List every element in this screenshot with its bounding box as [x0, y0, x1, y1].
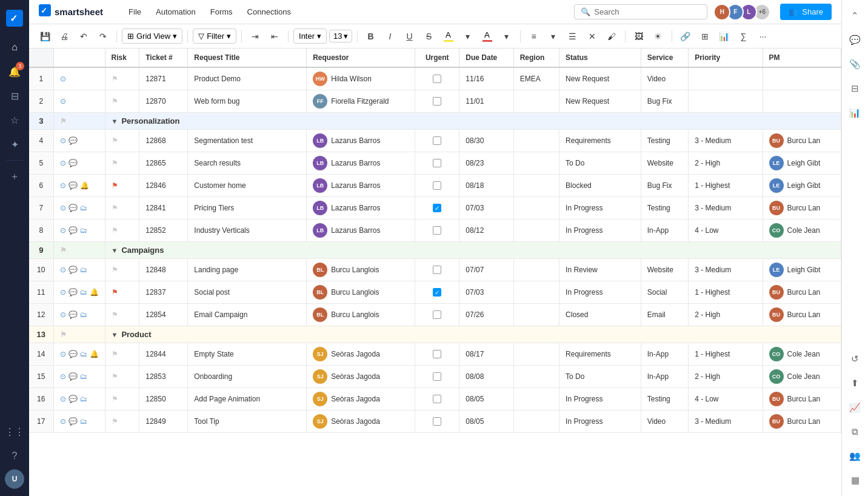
- requestor-cell[interactable]: LB Lazarus Barros: [307, 152, 415, 175]
- ticket-cell[interactable]: 12848: [139, 259, 188, 281]
- urgent-cell[interactable]: [415, 388, 459, 411]
- requestor-cell[interactable]: SJ Seòras Jagoda: [307, 411, 415, 433]
- table-row[interactable]: 2 ⊙ ⚑ 12870 Web form bug FF Fiorella Fit…: [29, 90, 841, 113]
- priority-cell[interactable]: 2 - High: [689, 304, 763, 326]
- region-cell[interactable]: [513, 130, 559, 152]
- requestor-cell[interactable]: SJ Seòras Jagoda: [307, 388, 415, 411]
- sidebar-star-icon[interactable]: ☆: [4, 109, 25, 131]
- right-bar-chart-icon[interactable]: ▦: [844, 469, 866, 491]
- ticket-cell[interactable]: 12837: [139, 281, 188, 304]
- comment-icon[interactable]: 💬: [68, 136, 78, 145]
- link-icon[interactable]: ⊙: [60, 159, 66, 167]
- sidebar-bell-icon[interactable]: 🔔 3: [4, 61, 25, 82]
- urgent-checkbox[interactable]: [433, 350, 441, 358]
- attach-icon[interactable]: 🗂: [80, 417, 87, 426]
- link-button[interactable]: 🔗: [677, 28, 694, 45]
- right-comment-icon[interactable]: 💬: [844, 29, 866, 51]
- pm-cell-container[interactable]: BU Burcu Lan: [763, 130, 841, 152]
- pm-cell-container[interactable]: LE Leigh Gibt: [763, 259, 841, 281]
- priority-cell[interactable]: 3 - Medium: [689, 411, 763, 433]
- link-icon[interactable]: ⊙: [60, 395, 66, 403]
- flag-icon[interactable]: ⚑: [60, 246, 67, 255]
- service-cell[interactable]: Bug Fix: [641, 175, 688, 197]
- right-stack-icon[interactable]: ⊟: [844, 78, 866, 99]
- due-date-cell[interactable]: 07/03: [459, 197, 513, 220]
- title-cell[interactable]: Pricing Tiers: [188, 197, 307, 220]
- link-icon[interactable]: ⊙: [60, 288, 66, 297]
- title-cell[interactable]: Search results: [188, 152, 307, 175]
- attach-icon[interactable]: 🗂: [80, 226, 87, 235]
- app-logo[interactable]: ✓: [4, 7, 25, 29]
- urgent-checkbox[interactable]: [433, 417, 441, 426]
- right-person-list-icon[interactable]: 👥: [844, 445, 866, 467]
- pm-cell-container[interactable]: BU Burcu Lan: [763, 304, 841, 326]
- due-date-cell[interactable]: 08/12: [459, 220, 513, 242]
- right-chart-icon[interactable]: 📊: [844, 102, 866, 124]
- status-cell[interactable]: In Progress: [559, 411, 641, 433]
- ticket-cell[interactable]: 12841: [139, 197, 188, 220]
- right-refresh-icon[interactable]: ↺: [844, 348, 866, 370]
- region-cell[interactable]: [513, 259, 559, 281]
- status-cell[interactable]: In Progress: [559, 388, 641, 411]
- ticket-cell[interactable]: 12846: [139, 175, 188, 197]
- pm-cell-container[interactable]: LE Leigh Gibt: [763, 175, 841, 197]
- col-pm[interactable]: PM: [763, 49, 841, 67]
- pm-cell-container[interactable]: CO Cole Jean: [763, 366, 841, 388]
- text-color-dropdown-arrow[interactable]: ▾: [459, 28, 476, 45]
- bold-button[interactable]: B: [362, 28, 379, 45]
- region-cell[interactable]: [513, 152, 559, 175]
- urgent-cell[interactable]: [415, 130, 459, 152]
- requestor-cell[interactable]: SJ Seòras Jagoda: [307, 366, 415, 388]
- table-row[interactable]: 15 ⊙ 💬 🗂 ⚑ 12853 Onboarding SJ Seòras Ja…: [29, 366, 841, 388]
- link-icon[interactable]: ⊙: [60, 136, 66, 145]
- attach-icon[interactable]: 🗂: [80, 288, 87, 297]
- service-cell[interactable]: Video: [641, 411, 688, 433]
- link-icon[interactable]: ⊙: [60, 75, 66, 83]
- attach-icon[interactable]: 🗂: [80, 395, 87, 403]
- priority-cell[interactable]: 1 - Highest: [689, 343, 763, 366]
- undo-button[interactable]: ↶: [75, 28, 92, 45]
- title-cell[interactable]: Customer home: [188, 175, 307, 197]
- requestor-cell[interactable]: BL Burcu Langlois: [307, 259, 415, 281]
- table-row[interactable]: 3 ⚑ ▼ Personalization: [29, 113, 841, 130]
- urgent-cell[interactable]: [415, 152, 459, 175]
- formula-button[interactable]: ∑: [735, 28, 752, 45]
- ticket-cell[interactable]: 12850: [139, 388, 188, 411]
- col-due-date[interactable]: Due Date: [459, 49, 513, 67]
- pm-cell-container[interactable]: BU Burcu Lan: [763, 411, 841, 433]
- priority-cell[interactable]: [689, 90, 763, 113]
- flag-icon[interactable]: ⚑: [112, 395, 118, 403]
- title-cell[interactable]: Industry Verticals: [188, 220, 307, 242]
- urgent-cell[interactable]: [415, 220, 459, 242]
- table-row[interactable]: 5 ⊙ 💬 ⚑ 12865 Search results LB Lazarus …: [29, 152, 841, 175]
- urgent-checkbox[interactable]: ✓: [433, 288, 441, 297]
- service-cell[interactable]: Video: [641, 67, 688, 90]
- urgent-cell[interactable]: [415, 366, 459, 388]
- pm-cell-container[interactable]: CO Cole Jean: [763, 220, 841, 242]
- priority-cell[interactable]: 3 - Medium: [689, 259, 763, 281]
- due-date-cell[interactable]: 08/17: [459, 343, 513, 366]
- table-row[interactable]: 12 ⊙ 💬 🗂 ⚑ 12854 Email Campaign BL Burcu…: [29, 304, 841, 326]
- table-row[interactable]: 8 ⊙ 💬 🗂 ⚑ 12852 Industry Verticals LB La…: [29, 220, 841, 242]
- table-row[interactable]: 9 ⚑ ▼ Campaigns: [29, 242, 841, 259]
- flag-icon[interactable]: ⚑: [112, 266, 118, 274]
- urgent-checkbox[interactable]: [433, 372, 441, 381]
- filter-dropdown[interactable]: ▽ Filter ▾: [193, 28, 236, 44]
- col-service[interactable]: Service: [641, 49, 688, 67]
- sidebar-settings-icon[interactable]: ✦: [4, 133, 25, 155]
- urgent-cell[interactable]: [415, 175, 459, 197]
- link-icon[interactable]: ⊙: [60, 350, 66, 358]
- bell-icon[interactable]: 🔔: [90, 288, 99, 297]
- service-cell[interactable]: Website: [641, 152, 688, 175]
- service-cell[interactable]: Email: [641, 304, 688, 326]
- title-cell[interactable]: Social post: [188, 281, 307, 304]
- view-dropdown[interactable]: ⊞ Grid View ▾: [122, 28, 182, 44]
- link-icon[interactable]: ⊙: [60, 266, 66, 274]
- save-button[interactable]: 💾: [36, 28, 53, 45]
- region-cell[interactable]: EMEA: [513, 67, 559, 90]
- bell-icon[interactable]: 🔔: [90, 350, 99, 358]
- region-cell[interactable]: [513, 388, 559, 411]
- pm-cell-container[interactable]: CO Cole Jean: [763, 343, 841, 366]
- flag-icon[interactable]: ⚑: [112, 417, 118, 426]
- flag-icon[interactable]: ⚑: [60, 330, 67, 339]
